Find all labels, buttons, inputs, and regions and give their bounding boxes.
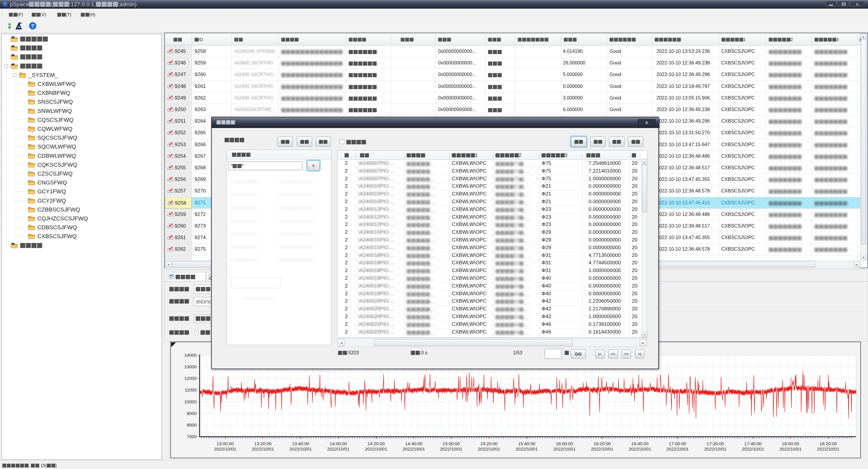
svg-text:17:40:00: 17:40:00 (744, 441, 762, 446)
svg-text:2022/10/01: 2022/10/01 (214, 446, 236, 451)
svg-text:15:40:00: 15:40:00 (518, 441, 535, 446)
svg-text:2022/10/01: 2022/10/01 (365, 446, 387, 451)
svg-text:14000: 14000 (184, 352, 197, 357)
svg-text:13:00:00: 13:00:00 (217, 441, 234, 446)
svg-text:18:00:00: 18:00:00 (782, 441, 799, 446)
svg-text:16:00:00: 16:00:00 (556, 441, 573, 446)
svg-text:14:00:00: 14:00:00 (330, 441, 347, 446)
svg-text:14:20:00: 14:20:00 (368, 441, 385, 446)
svg-text:2022/10/01: 2022/10/01 (516, 446, 538, 451)
svg-text:2022/10/01: 2022/10/01 (553, 446, 576, 451)
svg-text:15:00:00: 15:00:00 (443, 441, 460, 446)
svg-text:2022/10/01: 2022/10/01 (591, 446, 613, 451)
svg-text:16:20:00: 16:20:00 (593, 441, 611, 446)
svg-text:2022/10/01: 2022/10/01 (817, 446, 839, 451)
svg-text:2022/10/01: 2022/10/01 (742, 446, 764, 451)
svg-text:2022/10/01: 2022/10/01 (478, 446, 500, 451)
svg-text:8000: 8000 (187, 423, 197, 428)
svg-text:16:40:00: 16:40:00 (631, 441, 649, 446)
svg-text:17:00:00: 17:00:00 (669, 441, 686, 446)
svg-text:13:40:00: 13:40:00 (292, 441, 309, 446)
svg-text:18:20:00: 18:20:00 (819, 441, 837, 446)
svg-text:2022/10/01: 2022/10/01 (403, 446, 425, 451)
svg-text:15:20:00: 15:20:00 (480, 441, 498, 446)
svg-text:10000: 10000 (184, 399, 197, 404)
svg-text:17:20:00: 17:20:00 (707, 441, 724, 446)
svg-text:13000: 13000 (184, 364, 197, 369)
svg-text:11000: 11000 (184, 387, 197, 393)
svg-text:2022/10/01: 2022/10/01 (289, 446, 312, 451)
svg-text:?: ? (31, 23, 34, 29)
svg-text:14:40:00: 14:40:00 (405, 441, 423, 446)
svg-text:2022/10/01: 2022/10/01 (779, 446, 802, 451)
svg-text:2022/10/01: 2022/10/01 (327, 446, 349, 451)
svg-text:9000: 9000 (187, 411, 197, 416)
svg-text:13:20:00: 13:20:00 (254, 441, 272, 446)
svg-text:7000: 7000 (187, 434, 197, 439)
svg-text:2022/10/01: 2022/10/01 (704, 446, 726, 451)
svg-text:2022/10/01: 2022/10/01 (628, 446, 651, 451)
svg-text:12000: 12000 (184, 376, 197, 381)
svg-text:2022/10/01: 2022/10/01 (440, 446, 462, 451)
svg-text:2022/10/01: 2022/10/01 (666, 446, 689, 451)
svg-text:2022/10/01: 2022/10/01 (252, 446, 274, 451)
